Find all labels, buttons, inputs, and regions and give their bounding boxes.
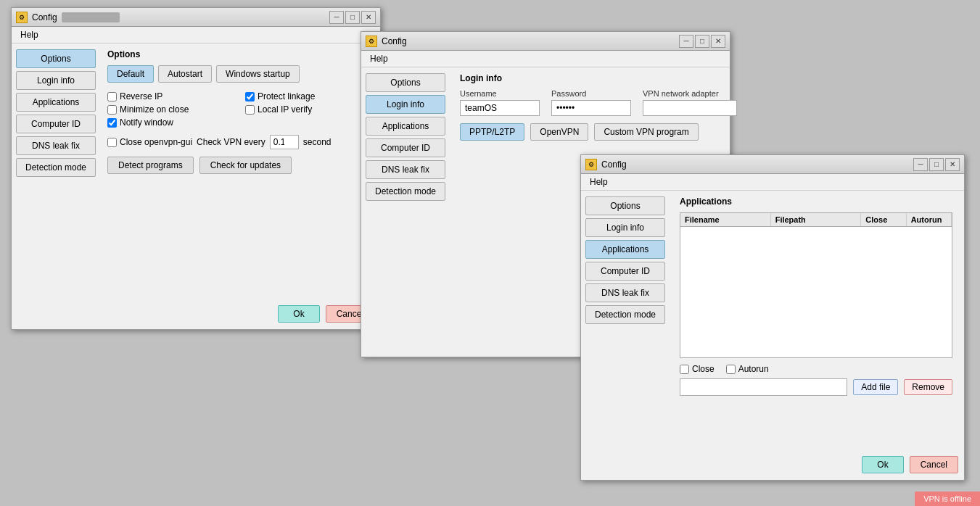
sidebar-logininfo-3[interactable]: Login info — [585, 218, 665, 237]
add-file-btn-3[interactable]: Add file — [853, 379, 898, 395]
custom-vpn-btn-2[interactable]: Custom VPN program — [594, 123, 698, 141]
sidebar-dnsleakfix-2[interactable]: DNS leak fix — [366, 160, 445, 179]
action-btns-1: Detect programs Check for updates — [107, 157, 371, 174]
username-label-2: Username — [460, 89, 540, 98]
menubar-3: Help — [581, 174, 964, 191]
cb-notify-window-1[interactable]: Notify window — [107, 117, 234, 128]
titlebar-2: ⚙ Config ─ □ ✕ — [361, 32, 730, 51]
cancel-btn-3[interactable]: Cancel — [910, 456, 958, 473]
cb-minimize-close-input-1[interactable] — [107, 105, 117, 115]
applications-panel-3: Applications Filename Filepath Close Aut… — [668, 191, 964, 479]
vpn-status-bar: VPN is offline — [915, 492, 980, 506]
titlebar-3: ⚙ Config ─ □ ✕ — [581, 155, 964, 174]
password-input-2[interactable] — [551, 100, 631, 116]
cb-autorun-label-3: Autorun — [738, 364, 769, 374]
menu-help-3[interactable]: Help — [584, 175, 614, 188]
titlebar-1: ⚙ Config ─ □ ✕ — [12, 8, 380, 27]
field-row-2: Username Password VPN network adapter — [460, 89, 737, 116]
check-vpn-unit-1: second — [303, 137, 332, 147]
sidebar-2: Options Login info Applications Computer… — [361, 67, 448, 356]
ok-btn-1[interactable]: Ok — [278, 305, 319, 323]
cb-local-ip-input-1[interactable] — [245, 105, 255, 115]
cb-reverse-ip-1[interactable]: Reverse IP — [107, 91, 234, 101]
username-input-2[interactable] — [460, 100, 540, 116]
check-row-3: Close Autorun — [680, 364, 952, 374]
sidebar-applications-1[interactable]: Applications — [16, 93, 96, 112]
sidebar-options-2[interactable]: Options — [366, 73, 445, 92]
sidebar-options-1[interactable]: Options — [16, 49, 96, 68]
window-1: ⚙ Config ─ □ ✕ Help Options Login info A… — [11, 7, 381, 330]
window-title-1: Config — [32, 12, 57, 22]
cb-autorun-3[interactable]: Autorun — [726, 364, 769, 374]
check-updates-btn-1[interactable]: Check for updates — [199, 157, 292, 174]
vpn-adapter-input-2[interactable] — [643, 100, 737, 116]
file-input-row-3: Add file Remove — [680, 378, 952, 396]
minimize-btn-1[interactable]: ─ — [329, 11, 344, 24]
maximize-btn-3[interactable]: □ — [929, 158, 944, 171]
th-filepath-3: Filepath — [771, 213, 862, 226]
sidebar-logininfo-2[interactable]: Login info — [366, 95, 445, 114]
cb-autorun-input-3[interactable] — [726, 365, 736, 374]
app-icon-3: ⚙ — [585, 159, 597, 170]
windows-startup-btn-1[interactable]: Windows startup — [216, 65, 300, 83]
cb-protect-linkage-input-1[interactable] — [245, 92, 255, 101]
cb-reverse-ip-input-1[interactable] — [107, 92, 117, 101]
minimize-btn-2[interactable]: ─ — [679, 35, 693, 48]
sidebar-applications-3[interactable]: Applications — [585, 240, 665, 259]
sidebar-3: Options Login info Applications Computer… — [581, 191, 668, 479]
sidebar-logininfo-1[interactable]: Login info — [16, 71, 96, 90]
cb-close-input-3[interactable] — [680, 365, 689, 374]
sidebar-computerid-1[interactable]: Computer ID — [16, 115, 96, 133]
sidebar-1: Options Login info Applications Computer… — [12, 43, 99, 328]
title-blurred-1 — [62, 12, 120, 22]
sidebar-detectionmode-1[interactable]: Detection mode — [16, 158, 96, 177]
minimize-btn-3[interactable]: ─ — [913, 158, 928, 171]
app-icon-2: ⚙ — [366, 36, 377, 47]
sidebar-computerid-2[interactable]: Computer ID — [366, 138, 445, 157]
cb-minimize-close-1[interactable]: Minimize on close — [107, 104, 234, 115]
cb-close-openvpn-input-1[interactable] — [107, 138, 117, 147]
bottom-btns-3: Ok Cancel — [862, 456, 958, 473]
window-3: ⚙ Config ─ □ ✕ Help Options Login info A… — [580, 154, 965, 481]
cb-protect-linkage-1[interactable]: Protect linkage — [245, 91, 371, 101]
check-vpn-input-1[interactable] — [270, 135, 299, 149]
default-btn-1[interactable]: Default — [107, 65, 154, 83]
ok-btn-3[interactable]: Ok — [862, 456, 903, 473]
options-panel-1: Options Default Autostart Windows startu… — [99, 43, 380, 328]
apps-table-3: Filename Filepath Close Autorun — [680, 212, 952, 358]
maximize-btn-1[interactable]: □ — [345, 11, 360, 24]
pptp-btn-2[interactable]: PPTP/L2TP — [460, 123, 524, 141]
sidebar-dnsleakfix-1[interactable]: DNS leak fix — [16, 136, 96, 155]
sidebar-detectionmode-2[interactable]: Detection mode — [366, 182, 445, 201]
cb-notify-window-input-1[interactable] — [107, 118, 117, 128]
th-autorun-3: Autorun — [907, 213, 952, 226]
close-btn-3[interactable]: ✕ — [945, 158, 960, 171]
close-btn-1[interactable]: ✕ — [361, 11, 376, 24]
remove-btn-3[interactable]: Remove — [904, 379, 952, 395]
maximize-btn-2[interactable]: □ — [695, 35, 709, 48]
app-icon-1: ⚙ — [16, 12, 28, 23]
autostart-btn-1[interactable]: Autostart — [158, 65, 212, 83]
menu-help-1[interactable]: Help — [15, 28, 44, 41]
sidebar-detectionmode-3[interactable]: Detection mode — [585, 305, 665, 324]
sidebar-computerid-3[interactable]: Computer ID — [585, 262, 665, 281]
checkbox-grid-1: Reverse IP Protect linkage Minimize on c… — [107, 91, 371, 128]
sidebar-options-3[interactable]: Options — [585, 196, 665, 215]
cb-local-ip-1[interactable]: Local IP verify — [245, 104, 371, 115]
check-vpn-row-1: Close openvpn-gui Check VPN every second — [107, 135, 371, 149]
menu-help-2[interactable]: Help — [364, 52, 394, 65]
sidebar-applications-2[interactable]: Applications — [366, 117, 445, 136]
cb-close-3[interactable]: Close — [680, 364, 715, 374]
vpn-adapter-label-2: VPN network adapter — [643, 89, 737, 98]
file-path-input-3[interactable] — [680, 378, 847, 396]
th-filename-3: Filename — [680, 213, 771, 226]
sidebar-dnsleakfix-3[interactable]: DNS leak fix — [585, 283, 665, 302]
table-body-3 — [680, 227, 952, 357]
cb-close-openvpn-1[interactable]: Close openvpn-gui — [107, 137, 192, 147]
openvpn-btn-2[interactable]: OpenVPN — [530, 123, 588, 141]
close-btn-2[interactable]: ✕ — [711, 35, 725, 48]
detect-programs-btn-1[interactable]: Detect programs — [107, 157, 194, 174]
window-title-2: Config — [382, 36, 407, 46]
apps-title-3: Applications — [680, 196, 952, 207]
window-title-3: Config — [601, 159, 627, 170]
